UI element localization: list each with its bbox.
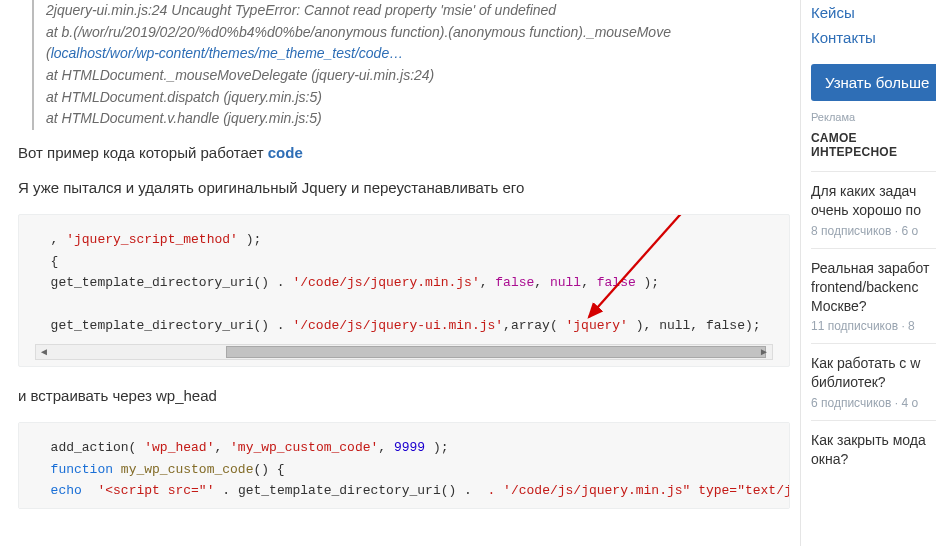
cta-button[interactable]: Узнать больше [811,64,936,101]
sidebar-item[interactable]: Для каких задач очень хорошо по 8 подпис… [811,171,936,248]
stacktrace-line: at HTMLDocument.v.handle (jquery.min.js:… [46,108,790,130]
paragraph: Вот пример кода который работает code [18,144,790,161]
scroll-left-icon[interactable]: ◄ [36,345,52,359]
ad-label: Реклама [811,111,936,123]
stacktrace-line: at b.(/wor/ru/2019/02/20/%d0%b4%d0%be/an… [46,22,790,44]
sidebar-item-title: Как работать с w библиотек? [811,354,936,392]
sidebar-item-meta: 11 подписчиков · 8 [811,319,936,333]
sidebar-link-cases[interactable]: Кейсы [811,0,936,25]
sidebar-item[interactable]: Реальная заработ frontend/backenc Москве… [811,248,936,344]
stacktrace-line: 2jquery-ui.min.js:24 Uncaught TypeError:… [46,0,790,22]
sidebar-item[interactable]: Как закрыть мода окна? [811,420,936,483]
sidebar-item[interactable]: Как работать с w библиотек? 6 подписчико… [811,343,936,420]
sidebar-item-title: Реальная заработ frontend/backenc Москве… [811,259,936,316]
code-link[interactable]: code [268,144,303,161]
stacktrace-link[interactable]: localhost/wor/wp-content/themes/me_theme… [51,45,404,61]
paragraph: и встраивать через wp_head [18,387,790,404]
scroll-right-icon[interactable]: ► [756,345,772,359]
sidebar-item-meta: 8 подписчиков · 6 о [811,224,936,238]
paragraph: Я уже пытался и удалять оригинальный Jqu… [18,179,790,196]
stacktrace-line: (localhost/wor/wp-content/themes/me_them… [46,43,790,65]
horizontal-scrollbar[interactable]: ◄ ► [35,344,773,360]
sidebar-item-title: Для каких задач очень хорошо по [811,182,936,220]
stacktrace-block: 2jquery-ui.min.js:24 Uncaught TypeError:… [32,0,790,130]
sidebar-link-contacts[interactable]: Контакты [811,25,936,50]
code-content: , 'jquery_script_method' ); { get_templa… [35,229,773,336]
code-block-2: add_action( 'wp_head', 'my_wp_custom_cod… [18,422,790,508]
scrollbar-thumb[interactable] [226,346,766,358]
sidebar: Кейсы Контакты Узнать больше Реклама САМ… [800,0,936,546]
sidebar-item-title: Как закрыть мода окна? [811,431,936,469]
code-content: add_action( 'wp_head', 'my_wp_custom_cod… [35,437,773,501]
code-block-1: , 'jquery_script_method' ); { get_templa… [18,214,790,367]
sidebar-section-title: САМОЕ ИНТЕРЕСНОЕ [811,131,936,159]
stacktrace-line: at HTMLDocument._mouseMoveDelegate (jque… [46,65,790,87]
stacktrace-line: at HTMLDocument.dispatch (jquery.min.js:… [46,87,790,109]
sidebar-item-meta: 6 подписчиков · 4 о [811,396,936,410]
main-content: 2jquery-ui.min.js:24 Uncaught TypeError:… [0,0,790,529]
